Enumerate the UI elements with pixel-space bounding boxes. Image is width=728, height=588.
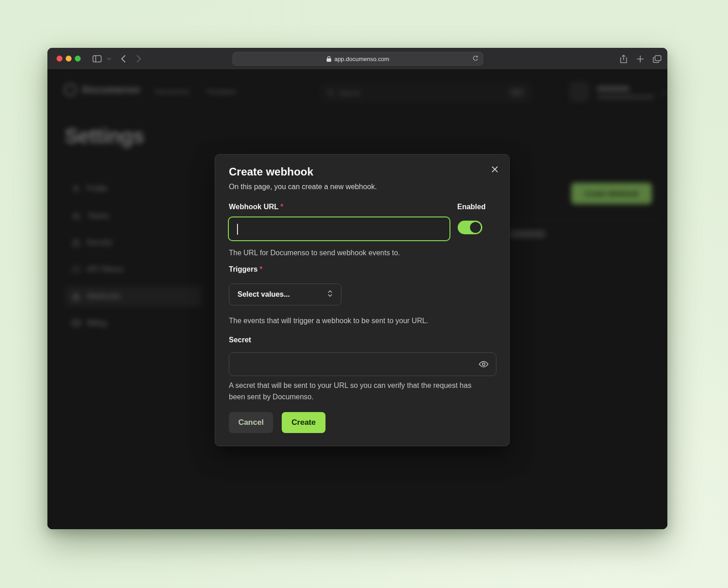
page-viewport: Documenso Documents Templates Search ⌘K …: [47, 70, 667, 529]
close-window-button[interactable]: [57, 56, 62, 62]
secret-field[interactable]: [229, 352, 496, 376]
create-webhook-dialog: Create webhook On this page, you can cre…: [215, 154, 510, 446]
address-bar[interactable]: app.documenso.com: [232, 52, 483, 66]
tab-overview-icon[interactable]: [650, 48, 664, 70]
triggers-helper: The events that will trigger a webhook t…: [229, 315, 429, 326]
enabled-toggle[interactable]: [458, 221, 482, 234]
secret-helper: A secret that will be sent to your URL s…: [229, 380, 473, 402]
traffic-lights: [57, 56, 81, 62]
zoom-window-button[interactable]: [75, 56, 81, 62]
new-tab-icon[interactable]: [634, 48, 646, 70]
dialog-title: Create webhook: [229, 165, 313, 178]
lock-icon: [326, 56, 331, 62]
required-marker: *: [280, 203, 283, 211]
browser-window: app.documenso.com Docu: [47, 48, 667, 529]
triggers-select[interactable]: Select values...: [229, 284, 341, 305]
webhook-url-field[interactable]: [228, 217, 450, 241]
reload-icon[interactable]: [472, 55, 479, 63]
select-chevrons-icon: [327, 290, 333, 299]
triggers-select-value: Select values...: [238, 290, 290, 299]
required-marker: *: [260, 265, 263, 273]
back-icon[interactable]: [118, 48, 129, 70]
minimize-window-button[interactable]: [66, 56, 72, 62]
create-button[interactable]: Create: [282, 412, 325, 433]
close-icon[interactable]: [490, 165, 499, 174]
toggle-knob: [470, 222, 481, 233]
dialog-description: On this page, you can create a new webho…: [229, 183, 377, 191]
webhook-url-helper: The URL for Documenso to send webhook ev…: [229, 247, 400, 258]
browser-toolbar: app.documenso.com: [47, 48, 667, 70]
webhook-url-label: Webhook URL *: [229, 203, 283, 211]
sidebar-toggle-icon[interactable]: [90, 48, 104, 70]
forward-icon[interactable]: [133, 48, 144, 70]
text-caret: [237, 224, 238, 235]
cancel-button[interactable]: Cancel: [229, 412, 273, 433]
secret-label: Secret: [229, 336, 251, 344]
url-text: app.documenso.com: [334, 56, 389, 62]
enabled-label: Enabled: [457, 203, 485, 211]
triggers-label: Triggers *: [229, 265, 263, 273]
chevron-down-icon[interactable]: [105, 48, 113, 70]
eye-icon[interactable]: [479, 359, 489, 371]
share-icon[interactable]: [617, 48, 630, 70]
